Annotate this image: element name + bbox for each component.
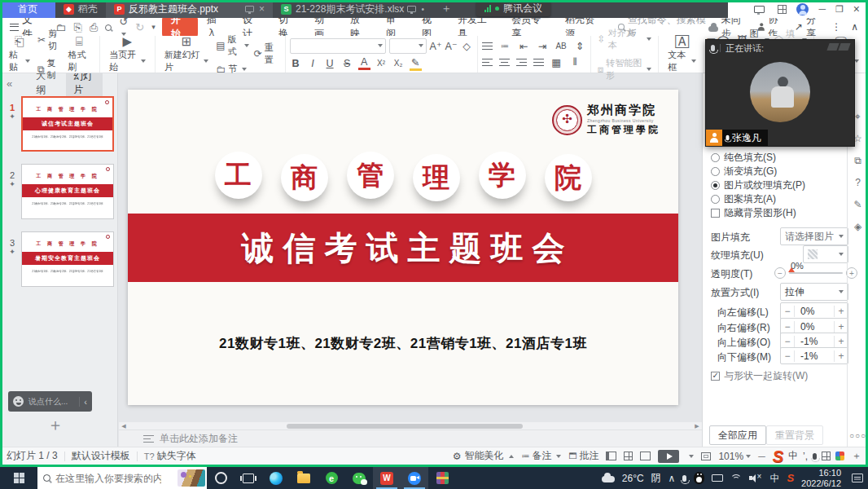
scroll-left-icon[interactable]: ◀ [119, 423, 129, 430]
redo-icon[interactable]: ↻ [135, 22, 144, 33]
placement-select[interactable]: 拉伸 [780, 283, 848, 301]
apps-grid-icon[interactable] [778, 5, 787, 14]
distribute-icon[interactable]: ▦ [550, 56, 563, 68]
paste-button[interactable]: ⎗粘贴 [4, 36, 35, 73]
collapse-sidebar-icon[interactable]: « [7, 77, 12, 90]
taskbar-search-input[interactable] [55, 473, 161, 484]
help-icon[interactable]: ? [855, 177, 861, 188]
clear-format-icon[interactable]: ◇ [461, 40, 473, 52]
bullet-list-icon[interactable] [482, 42, 493, 51]
export-icon[interactable]: ⎘ [74, 22, 82, 33]
minus-icon[interactable]: − [781, 321, 795, 333]
speaker-muted-icon[interactable] [749, 474, 762, 482]
columns-icon[interactable]: ⫴ [569, 56, 581, 68]
play-from-current-button[interactable]: ▶当页开始 [104, 36, 150, 73]
rotate-with-shape-checkbox[interactable]: 与形状一起旋转(W) [711, 369, 808, 383]
increase-indent-icon[interactable]: ⇥ [537, 40, 549, 52]
minus-icon[interactable]: − [781, 336, 795, 347]
close-tab-icon[interactable]: × [259, 3, 265, 15]
ime-keyboard-icon[interactable] [822, 452, 831, 460]
offset-left-spinner[interactable]: −0%+ [780, 302, 848, 319]
smart-beautify-button[interactable]: ⚙智能美化 [453, 449, 515, 463]
slide-sorter-view-icon[interactable] [624, 452, 633, 460]
new-tab-button[interactable]: ＋ [432, 0, 460, 18]
chat-collapse-icon[interactable]: ‹ [79, 397, 87, 407]
tab-home[interactable]: 首页 [0, 0, 55, 18]
slider-track[interactable]: 0% [789, 272, 843, 274]
browser-360-icon[interactable]: e [318, 467, 345, 489]
italic-button[interactable]: I [307, 58, 319, 69]
present-monitor-icon[interactable] [245, 6, 254, 12]
minus-icon[interactable]: − [781, 306, 795, 317]
align-center-icon[interactable] [499, 59, 510, 67]
close-button[interactable]: × [853, 3, 860, 15]
meeting-chat-pill[interactable]: 说点什么... ‹ [8, 391, 92, 412]
missing-font-warning[interactable]: T?缺失字体 [144, 449, 196, 463]
navigate-icon[interactable]: ◈ [854, 221, 861, 232]
textbox-button[interactable]: 🄰文本框 [663, 36, 701, 73]
slide-thumbnail-2[interactable]: 工 商 管 理 学 院 心理健康教育主题班会 21数财专1班、21数财专2班、2… [21, 164, 114, 219]
plus-icon[interactable]: + [834, 321, 848, 333]
ime-indicator[interactable]: 中 [769, 474, 779, 483]
tab-spreadsheet[interactable]: S 21-228期末考试安排.xlsx • [273, 0, 432, 18]
font-name-select[interactable] [290, 38, 386, 54]
scrollbar-thumb[interactable] [287, 424, 524, 429]
fit-slide-icon[interactable] [701, 452, 711, 460]
cortana-icon[interactable] [207, 467, 235, 489]
line-spacing-icon[interactable]: ⇕ [574, 40, 586, 52]
hidden-icons-chevron[interactable]: ∧ [669, 474, 676, 483]
tray-mic-icon[interactable] [682, 475, 686, 482]
edge-browser-icon[interactable] [262, 467, 290, 489]
fill-option-solid[interactable]: 纯色填充(S) [711, 151, 776, 165]
notes-bar[interactable]: 单击此处添加备注 [119, 430, 702, 447]
qq-icon[interactable] [694, 472, 704, 484]
touch-mode-icon[interactable] [754, 6, 765, 13]
bold-button[interactable]: B [290, 58, 302, 69]
add-slide-button[interactable]: ＋ [47, 414, 64, 436]
zoom-out-icon[interactable]: ─ [758, 451, 765, 462]
fill-option-gradient[interactable]: 渐变填充(G) [711, 165, 777, 178]
tune-icon[interactable]: ⌖ [855, 111, 861, 122]
plus-icon[interactable]: + [834, 350, 848, 362]
plus-icon[interactable]: + [834, 336, 848, 347]
ime-punctuation[interactable]: ’, [803, 451, 808, 462]
transparency-minus-icon[interactable]: − [774, 267, 786, 279]
comments-button[interactable]: 🗔批注 [568, 449, 598, 463]
weather-temp[interactable]: 26°C [622, 473, 644, 484]
more-menu-icon[interactable]: ⋮ [831, 21, 841, 33]
justify-icon[interactable] [533, 59, 544, 67]
text-direction-icon[interactable]: AB [555, 42, 568, 51]
sogou-tray-icon[interactable]: S [787, 472, 794, 484]
search-daily-image[interactable] [178, 469, 205, 487]
print-icon[interactable]: ⎙ [90, 22, 98, 33]
align-text-button[interactable]: ⇳对齐文本 [595, 26, 655, 52]
task-view-icon[interactable] [235, 467, 262, 489]
align-right-icon[interactable] [516, 59, 527, 67]
tab-docer[interactable]: ◆ 稻壳 [55, 0, 106, 18]
collapse-ribbon-icon[interactable]: ∧ [851, 21, 858, 33]
fill-option-pattern[interactable]: 图案填充(A) [711, 192, 776, 206]
wechat-icon[interactable] [345, 467, 373, 489]
notes-button[interactable]: ≔备注 [521, 449, 561, 463]
weather-condition[interactable]: 阴 [651, 471, 661, 485]
normal-view-icon[interactable] [606, 452, 616, 460]
increase-font-icon[interactable]: A⁺ [430, 40, 442, 52]
winrar-icon[interactable] [428, 467, 456, 489]
action-center-icon[interactable] [852, 474, 863, 482]
ime-mic-icon[interactable] [813, 453, 817, 460]
ime-mode-chinese[interactable]: 中 [788, 449, 798, 463]
tencent-meeting-icon[interactable] [401, 467, 428, 489]
weather-cloud-icon[interactable] [602, 476, 615, 482]
offset-down-spinner[interactable]: −-1%+ [780, 347, 848, 364]
present-monitor-icon[interactable] [407, 6, 416, 12]
highlight-button[interactable]: ✎ [410, 56, 422, 71]
apply-all-button[interactable]: 全部应用 [709, 425, 766, 445]
section-button[interactable]: 🗀节 [213, 62, 251, 76]
tencent-meeting-floatbar[interactable]: 腾讯会议 [476, 1, 550, 16]
reset-button[interactable]: ⟳重置 [252, 41, 281, 67]
preview-icon[interactable] [105, 22, 112, 33]
fill-option-picture[interactable]: 图片或纹理填充(P) [711, 178, 805, 192]
font-color-button[interactable]: A [358, 56, 370, 70]
hide-background-checkbox[interactable]: 隐藏背景图形(H) [711, 206, 796, 220]
slide-editing-surface[interactable]: 郑州商学院 Zhengzhou Business University 工商管理… [128, 90, 678, 405]
